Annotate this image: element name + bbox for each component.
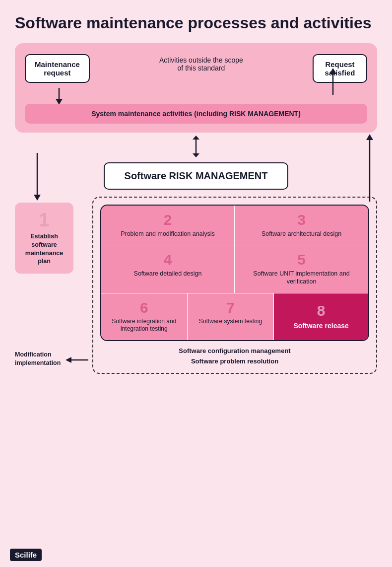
system-maintenance-bar: System maintenance activities (including…	[25, 104, 367, 124]
top-section: Maintenance request Activities outside t…	[15, 43, 377, 133]
svg-marker-8	[34, 195, 41, 201]
bidir-arrow-area	[15, 136, 377, 157]
box-7-number: 7	[192, 300, 270, 315]
bidir-arrow-svg	[189, 136, 203, 157]
footer: Scilife	[10, 549, 42, 561]
box-6-label: Software integration and integration tes…	[105, 318, 183, 333]
box-5-label: Software UNIT implementation and verific…	[240, 270, 363, 286]
box-7-cell: 7 Software system testing	[188, 293, 274, 340]
box-1-label: Establish software maintenance plan	[21, 232, 67, 266]
page-title: Software maintenance processes and activ…	[15, 14, 377, 32]
arrow-down-from-request	[52, 88, 66, 106]
page-wrapper: Software maintenance processes and activ…	[0, 0, 392, 567]
box-8-label: Software release	[294, 321, 349, 330]
svg-marker-12	[366, 134, 373, 140]
problem-resolution-label: Software problem resolution	[93, 355, 376, 368]
lower-section: 1 Establish software maintenance plan Mo…	[15, 197, 377, 374]
box-4-cell: 4 Software detailed design	[101, 245, 235, 293]
box-6-number: 6	[105, 300, 183, 315]
dashed-area: 2 Problem and modification analysis 3 So…	[92, 197, 377, 374]
box-8-cell: 8 Software release	[274, 293, 368, 340]
box-6-7-area: 6 Software integration and integration t…	[101, 293, 274, 340]
box-3-cell: 3 Software architectural design	[235, 206, 368, 245]
box-5-number: 5	[240, 252, 363, 267]
box-3-label: Software architectural design	[240, 230, 363, 238]
box-4-number: 4	[106, 252, 229, 267]
box-1: 1 Establish software maintenance plan	[15, 203, 73, 274]
svg-marker-3	[329, 68, 336, 74]
outside-scope-text: Activities outside the scope of this sta…	[100, 54, 303, 72]
svg-marker-10	[65, 357, 71, 363]
maintenance-request-label: Maintenance request	[35, 60, 80, 77]
system-bar-label: System maintenance activities (including…	[91, 110, 301, 118]
box-7-label: Software system testing	[192, 318, 270, 326]
left-down-arrow	[30, 153, 45, 203]
top-two-row: 2 Problem and modification analysis 3 So…	[101, 206, 368, 245]
right-up-arrow	[362, 133, 377, 203]
activities-grid: 2 Problem and modification analysis 3 So…	[100, 205, 369, 341]
mod-impl-area: Modification implementation	[15, 351, 88, 367]
arrow-up-to-satisfied	[326, 67, 340, 95]
mid-two-row: 4 Software detailed design 5 Software UN…	[101, 245, 368, 293]
risk-management-section: Software RISK MANAGEMENT	[15, 162, 377, 190]
risk-management-box: Software RISK MANAGEMENT	[104, 162, 289, 190]
svg-marker-6	[193, 153, 199, 157]
box-3-number: 3	[240, 213, 363, 227]
config-management-label: Software configuration management	[93, 341, 376, 355]
box-1-number: 1	[21, 211, 67, 229]
box-2-number: 2	[106, 213, 229, 227]
mod-impl-arrow	[65, 354, 89, 365]
risk-management-label: Software RISK MANAGEMENT	[125, 170, 268, 181]
left-col: 1 Establish software maintenance plan Mo…	[15, 197, 88, 374]
box-2-label: Problem and modification analysis	[106, 230, 229, 238]
box-5-cell: 5 Software UNIT implementation and verif…	[235, 245, 368, 293]
outside-scope-label: Activities outside the scope of this sta…	[159, 56, 243, 72]
top-arrow-area	[25, 92, 367, 102]
scilife-logo: Scilife	[10, 549, 42, 561]
svg-marker-5	[193, 136, 199, 140]
top-row: Maintenance request Activities outside t…	[25, 54, 367, 83]
bottom-row: 6 Software integration and integration t…	[101, 293, 368, 340]
box-6-cell: 6 Software integration and integration t…	[101, 293, 188, 340]
box-2-cell: 2 Problem and modification analysis	[101, 206, 235, 245]
box-4-label: Software detailed design	[106, 270, 229, 278]
box-8-number: 8	[317, 303, 326, 318]
maintenance-request-box: Maintenance request	[25, 54, 90, 83]
